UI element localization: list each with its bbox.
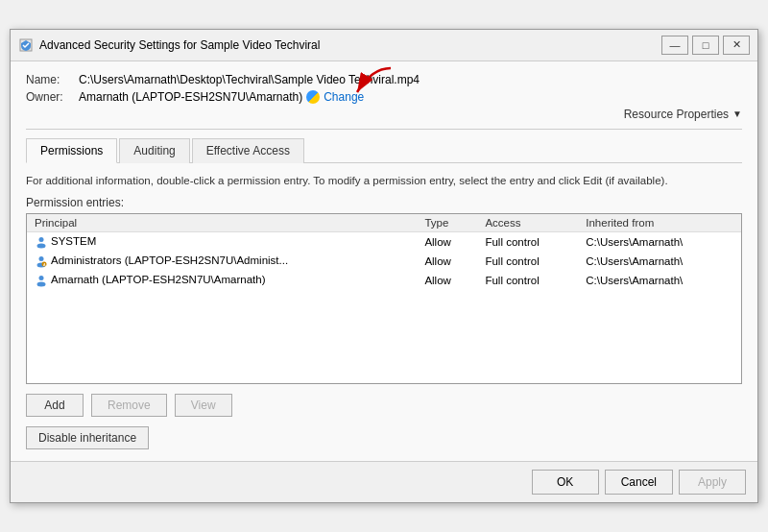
advanced-security-window: Advanced Security Settings for Sample Vi… (10, 29, 758, 503)
owner-value-row: Amarnath (LAPTOP-ESH2SN7U\Amarnath) Chan… (79, 90, 364, 104)
change-link[interactable]: Change (324, 90, 364, 104)
add-button[interactable]: Add (26, 394, 84, 417)
owner-value: Amarnath (LAPTOP-ESH2SN7U\Amarnath) (79, 90, 302, 104)
name-row: Name: C:\Users\Amarnath\Desktop\Techvira… (26, 73, 742, 86)
cell-type: Allow (417, 271, 477, 290)
permission-table: Principal Type Access Inherited from SYS… (27, 214, 741, 290)
name-value: C:\Users\Amarnath\Desktop\Techviral\Samp… (79, 73, 420, 86)
cell-access: Full control (477, 271, 578, 290)
name-label: Name: (26, 73, 79, 86)
bottom-bar: OK Cancel Apply (11, 461, 757, 502)
cell-principal: Amarnath (LAPTOP-ESH2SN7U\Amarnath) (27, 271, 417, 290)
ok-button[interactable]: OK (532, 470, 599, 495)
owner-row: Owner: Amarnath (LAPTOP-ESH2SN7U\Amarnat… (26, 90, 742, 104)
user-icon: A (35, 254, 51, 266)
col-type: Type (417, 214, 477, 232)
cell-access: Full control (477, 232, 578, 253)
view-button[interactable]: View (175, 394, 232, 417)
divider (26, 129, 742, 130)
disable-inheritance-button[interactable]: Disable inheritance (26, 426, 149, 449)
table-row[interactable]: Amarnath (LAPTOP-ESH2SN7U\Amarnath)Allow… (27, 271, 741, 290)
cell-type: Allow (417, 232, 477, 253)
owner-label: Owner: (26, 90, 79, 104)
cell-inherited: C:\Users\Amarnath\ (578, 252, 741, 271)
tab-auditing[interactable]: Auditing (119, 138, 189, 163)
col-access: Access (477, 214, 578, 232)
cell-access: Full control (477, 252, 578, 271)
svg-point-3 (37, 244, 46, 249)
window-icon (18, 37, 34, 53)
cell-principal: SYSTEM (27, 232, 417, 253)
chevron-down-icon: ▼ (732, 109, 742, 119)
remove-button[interactable]: Remove (91, 394, 167, 417)
col-principal: Principal (27, 214, 417, 232)
shield-icon (306, 90, 320, 104)
tab-effective-access[interactable]: Effective Access (192, 138, 304, 163)
svg-point-4 (39, 256, 44, 261)
svg-point-9 (37, 282, 46, 287)
title-bar: Advanced Security Settings for Sample Vi… (11, 30, 757, 61)
cell-type: Allow (417, 252, 477, 271)
cell-principal: A Administrators (LAPTOP-ESH2SN7U\Admini… (27, 252, 417, 271)
tab-permissions[interactable]: Permissions (26, 138, 117, 163)
resource-properties-link[interactable]: Resource Properties ▼ (26, 108, 742, 121)
svg-point-2 (39, 237, 44, 242)
window-content: Name: C:\Users\Amarnath\Desktop\Techvira… (11, 61, 757, 461)
window-title: Advanced Security Settings for Sample Vi… (39, 38, 320, 52)
minimize-button[interactable]: — (661, 36, 688, 55)
title-bar-controls: — □ ✕ (661, 36, 750, 55)
permissions-description: For additional information, double-click… (26, 173, 742, 188)
user-icon (35, 274, 51, 285)
svg-point-8 (39, 276, 44, 280)
permission-table-container: Principal Type Access Inherited from SYS… (26, 213, 742, 384)
cancel-button[interactable]: Cancel (605, 470, 673, 495)
table-row[interactable]: SYSTEMAllowFull controlC:\Users\Amarnath… (27, 232, 741, 253)
permission-action-buttons: Add Remove View (26, 394, 742, 417)
maximize-button[interactable]: □ (692, 36, 719, 55)
cell-inherited: C:\Users\Amarnath\ (578, 271, 741, 290)
cell-inherited: C:\Users\Amarnath\ (578, 232, 741, 253)
apply-button[interactable]: Apply (679, 470, 746, 495)
resource-props-label: Resource Properties (624, 108, 729, 121)
close-button[interactable]: ✕ (723, 36, 750, 55)
title-bar-left: Advanced Security Settings for Sample Vi… (18, 37, 320, 53)
table-row[interactable]: A Administrators (LAPTOP-ESH2SN7U\Admini… (27, 252, 741, 271)
permission-entries-label: Permission entries: (26, 196, 742, 209)
user-icon (35, 235, 51, 247)
col-inherited: Inherited from (578, 214, 741, 232)
tabs-container: Permissions Auditing Effective Access (26, 137, 742, 163)
